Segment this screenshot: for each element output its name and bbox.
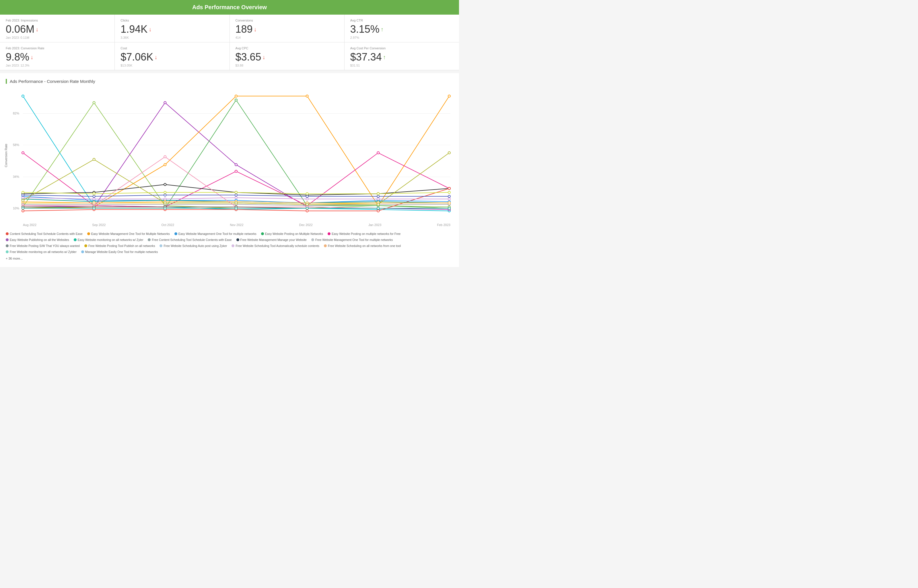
- chart-dot: [448, 191, 450, 194]
- metric-prev: $3.88: [236, 64, 338, 67]
- legend-label: Easy Website Publishing on all the Websi…: [10, 237, 69, 243]
- metric-label: Clicks: [121, 19, 223, 22]
- metric-label: Avg CTR: [350, 19, 453, 22]
- chart-dot: [306, 210, 309, 212]
- metric-prev: Jan 2023: 0.11M: [6, 36, 109, 39]
- legend-color-dot: [6, 250, 9, 253]
- legend-item: Manage Website Easily One Tool for multi…: [81, 249, 158, 255]
- arrow-up-icon: ↑: [383, 54, 386, 61]
- chart-dot: [164, 194, 166, 196]
- y-tick: 34%: [13, 175, 19, 178]
- x-axis: Aug 2022Sep 2022Oct 2022Nov 2022Dec 2022…: [23, 223, 450, 226]
- chart-dot: [164, 207, 166, 209]
- chart-dot: [22, 210, 24, 212]
- metric-value: 3.15%↑: [350, 23, 453, 35]
- legend-item: Free Website monitoring on all networks …: [6, 249, 77, 255]
- legend-color-dot: [175, 232, 177, 235]
- chart-svg: [23, 89, 450, 221]
- legend-item: Free Website Scheduling Tool Automatical…: [231, 243, 319, 249]
- chart-dot: [306, 192, 309, 195]
- chart-dot: [377, 203, 379, 205]
- chart-dot: [306, 207, 309, 209]
- legend-label: Manage Website Easily One Tool for multi…: [85, 249, 158, 255]
- legend-label: Easy Website Management One Tool for Mul…: [91, 231, 170, 237]
- chart-dot: [235, 207, 237, 209]
- legend-item: Free Website Scheduling on all networks …: [324, 243, 401, 249]
- legend-row: Free Website Posting S/W That YOU always…: [6, 243, 453, 249]
- chart-dot: [235, 99, 237, 101]
- chart-dot: [164, 202, 166, 204]
- metric-card: Conversions 189↓ 414: [230, 15, 344, 42]
- legend-item: Free Content Scheduling Tool Schedule Co…: [148, 237, 231, 243]
- legend-color-dot: [6, 232, 9, 235]
- metric-value: $3.65↓: [236, 51, 338, 63]
- chart-dot: [22, 95, 24, 97]
- legend-row: Free Website monitoring on all networks …: [6, 249, 453, 255]
- legend-item: Easy Website Posting on multiple network…: [328, 231, 401, 237]
- y-tick: 10%: [13, 207, 19, 210]
- chart-dot: [235, 197, 237, 199]
- legend-label: Free Website monitoring on all networks …: [10, 249, 77, 255]
- chart-dot: [164, 156, 166, 158]
- arrow-down-icon: ↓: [149, 26, 152, 33]
- metric-label: Avg Cost Per Conversion: [350, 47, 453, 50]
- chart-dot: [22, 207, 24, 209]
- legend-label: Free Website Scheduling Auto post using …: [163, 243, 227, 249]
- chart-dot: [448, 195, 450, 198]
- metric-prev: 2.97%: [350, 36, 453, 39]
- chart-dot: [164, 102, 166, 104]
- legend-color-dot: [6, 244, 9, 247]
- arrow-up-icon: ↑: [381, 26, 383, 33]
- legend-item: Free Website Posting S/W That YOU always…: [6, 243, 80, 249]
- metric-value: 189↓: [236, 23, 338, 35]
- legend-color-dot: [324, 244, 327, 247]
- chart-dot: [164, 183, 166, 186]
- metric-value: $7.06K↓: [121, 51, 223, 63]
- legend-container: Content Scheduling Tool Schedule Content…: [6, 231, 453, 261]
- legend-item: Easy Website Posting on Multiple Network…: [261, 231, 323, 237]
- metric-value: $37.34↑: [350, 51, 453, 63]
- chart-dot: [93, 207, 95, 209]
- legend-color-dot: [148, 238, 150, 241]
- legend-row: Content Scheduling Tool Schedule Content…: [6, 231, 453, 237]
- chart-section: Ads Performance - Conversion Rate Monthl…: [0, 73, 459, 267]
- chart-dot: [22, 197, 24, 199]
- legend-label: Free Website Posting Tool Publish on all…: [88, 243, 155, 249]
- legend-item: Easy Website Management One Tool for mul…: [175, 231, 257, 237]
- x-tick: Aug 2022: [23, 223, 36, 226]
- page-header: Ads Performance Overview: [0, 0, 459, 15]
- chart-dot: [448, 152, 450, 154]
- metric-card: Feb 2023: Impressions 0.06M↓ Jan 2023: 0…: [0, 15, 115, 42]
- chart-dot: [377, 195, 379, 198]
- legend-more-link[interactable]: + 36 more...: [6, 256, 453, 262]
- y-tick: 58%: [13, 143, 19, 147]
- metric-prev: Jan 2023: 12.3%: [6, 64, 109, 67]
- legend-color-dot: [84, 244, 87, 247]
- y-axis-label: Conversion Rate: [4, 144, 8, 167]
- x-tick: Sep 2022: [92, 223, 105, 226]
- y-tick: 82%: [13, 111, 19, 115]
- legend-item: Content Scheduling Tool Schedule Content…: [6, 231, 82, 237]
- metric-value: 9.8%↓: [6, 51, 109, 63]
- chart-dot: [93, 158, 95, 161]
- legend-color-dot: [74, 238, 77, 241]
- chart-dot: [448, 202, 450, 204]
- chart-dot: [235, 95, 237, 97]
- legend-color-dot: [261, 232, 264, 235]
- legend-color-dot: [81, 250, 84, 253]
- metric-prev: $13.05K: [121, 64, 223, 67]
- chart-dot: [235, 170, 237, 172]
- chart-dot: [306, 198, 309, 200]
- chart-dot: [93, 195, 95, 198]
- metric-card: Avg CTR 3.15%↑ 2.97%: [344, 15, 459, 42]
- arrow-down-icon: ↓: [154, 54, 157, 61]
- legend-label: Easy Website Posting on multiple network…: [331, 231, 401, 237]
- arrow-down-icon: ↓: [36, 26, 39, 33]
- chart-dot: [306, 195, 309, 198]
- legend-label: Easy Website monitoring on all networks …: [78, 237, 144, 243]
- arrow-down-icon: ↓: [262, 54, 265, 61]
- chart-dot: [22, 152, 24, 154]
- chart-dot: [448, 95, 450, 97]
- legend-color-dot: [6, 238, 9, 241]
- metric-card: Cost $7.06K↓ $13.05K: [115, 42, 230, 70]
